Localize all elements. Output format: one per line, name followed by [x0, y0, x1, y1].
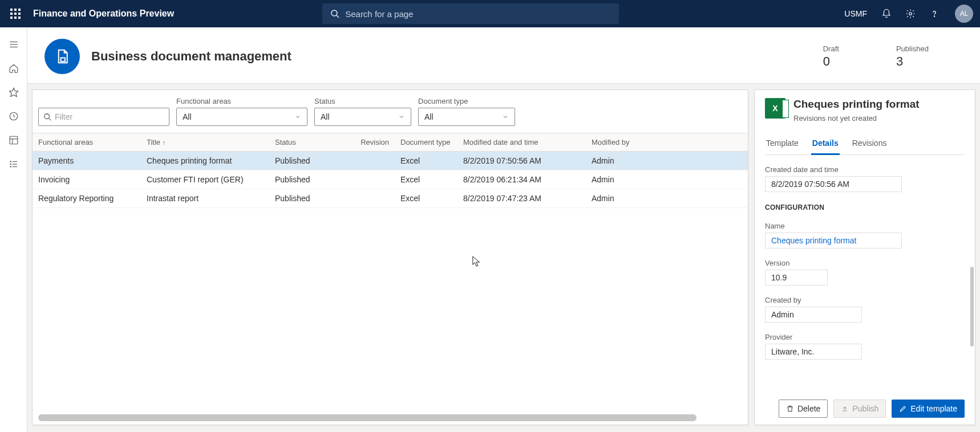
name-value-link[interactable]: Cheques printing format: [765, 233, 902, 248]
cell-doctype: Excel: [395, 170, 457, 189]
publish-button: Publish: [833, 400, 886, 418]
functional-areas-value: All: [183, 112, 192, 121]
company-picker[interactable]: USMF: [844, 9, 867, 18]
status-dropdown[interactable]: All: [314, 108, 411, 126]
filter-input[interactable]: Filter: [38, 108, 169, 126]
vertical-scrollbar[interactable]: [970, 267, 974, 347]
cell-status: Published: [269, 170, 355, 189]
col-doctype[interactable]: Document type: [395, 133, 457, 152]
col-functional-areas[interactable]: Functional areas: [33, 133, 141, 152]
cell-doctype: Excel: [395, 152, 457, 170]
recent-icon[interactable]: [2, 105, 25, 128]
documents-table: Functional areas Title↑ Status Revision …: [33, 133, 748, 208]
createdby-label: Created by: [765, 296, 965, 304]
page-title: Business document management: [91, 49, 800, 64]
cell-fa: Payments: [33, 152, 141, 170]
svg-marker-7: [9, 88, 18, 97]
cell-mby: Admin: [586, 170, 748, 189]
svg-point-12: [10, 161, 11, 162]
app-launcher-icon[interactable]: [7, 5, 24, 22]
col-revision[interactable]: Revision: [355, 133, 395, 152]
functional-areas-dropdown[interactable]: All: [176, 108, 307, 126]
table-row[interactable]: Regulatory ReportingIntrastat reportPubl…: [33, 189, 748, 208]
gear-icon[interactable]: [904, 7, 917, 21]
edit-template-button[interactable]: Edit template: [892, 400, 965, 418]
app-title: Finance and Operations Preview: [33, 9, 174, 19]
notification-icon[interactable]: [880, 7, 893, 21]
version-value[interactable]: 10.9: [765, 270, 828, 286]
workspaces-icon[interactable]: [2, 129, 25, 152]
cursor-icon: [472, 255, 482, 268]
chevron-down-icon: [398, 113, 405, 120]
tab-details[interactable]: Details: [811, 135, 840, 155]
avatar[interactable]: AL: [955, 5, 973, 23]
details-title: Cheques printing format: [793, 98, 965, 111]
createdby-value[interactable]: Admin: [765, 307, 862, 323]
configuration-section: CONFIGURATION: [765, 203, 965, 211]
version-label: Version: [765, 259, 965, 267]
status-filter-label: Status: [314, 97, 411, 105]
cell-rev: [355, 152, 395, 170]
excel-icon: X: [765, 98, 785, 119]
svg-line-20: [49, 119, 51, 121]
svg-line-1: [337, 15, 339, 18]
created-date-label: Created date and time: [765, 165, 965, 174]
svg-rect-9: [10, 136, 18, 144]
pencil-icon: [899, 405, 907, 413]
delete-button[interactable]: Delete: [779, 400, 828, 418]
provider-label: Provider: [765, 333, 965, 341]
tab-revisions[interactable]: Revisions: [851, 135, 888, 154]
cell-status: Published: [269, 189, 355, 208]
stat-published[interactable]: Published 3: [896, 44, 929, 69]
cell-doctype: Excel: [395, 189, 457, 208]
search-icon: [330, 9, 339, 18]
table-row[interactable]: InvoicingCustomer FTI report (GER)Publis…: [33, 170, 748, 189]
cell-title: Customer FTI report (GER): [141, 170, 269, 189]
svg-point-14: [10, 166, 11, 168]
provider-value[interactable]: Litware, Inc.: [765, 344, 862, 360]
doctype-value: All: [424, 112, 434, 121]
workspace-header: Business document management Draft 0 Pub…: [27, 27, 980, 84]
cell-fa: Regulatory Reporting: [33, 189, 141, 208]
workspace-icon: [44, 39, 80, 74]
svg-point-0: [331, 10, 337, 16]
help-icon[interactable]: [928, 7, 941, 21]
left-nav-rail: [0, 27, 27, 432]
chevron-down-icon: [502, 113, 509, 120]
svg-point-2: [909, 13, 912, 15]
favorites-icon[interactable]: [2, 81, 25, 104]
col-modified-dt[interactable]: Modified date and time: [457, 133, 586, 152]
upload-icon: [841, 405, 849, 413]
stat-draft-label: Draft: [823, 44, 839, 53]
documents-grid-card: Filter Functional areas All Status All: [32, 89, 748, 425]
filter-search-icon: [43, 113, 51, 121]
trash-icon: [786, 405, 794, 413]
horizontal-scrollbar[interactable]: [38, 414, 696, 421]
cell-fa: Invoicing: [33, 170, 141, 189]
cell-status: Published: [269, 152, 355, 170]
tab-template[interactable]: Template: [765, 135, 800, 154]
col-title[interactable]: Title↑: [141, 133, 269, 152]
cell-mby: Admin: [586, 189, 748, 208]
search-placeholder: Search for a page: [345, 9, 413, 19]
doctype-dropdown[interactable]: All: [418, 108, 515, 126]
table-row[interactable]: PaymentsCheques printing formatPublished…: [33, 152, 748, 170]
svg-rect-18: [61, 58, 66, 62]
search-input[interactable]: Search for a page: [322, 3, 619, 24]
stat-draft[interactable]: Draft 0: [823, 44, 839, 69]
created-date-value[interactable]: 8/2/2019 07:50:56 AM: [765, 176, 902, 192]
stat-published-label: Published: [896, 44, 929, 53]
hamburger-icon[interactable]: [2, 33, 25, 56]
cell-title: Cheques printing format: [141, 152, 269, 170]
cell-mdt: 8/2/2019 07:47:23 AM: [457, 189, 586, 208]
filter-placeholder: Filter: [55, 112, 72, 121]
cell-rev: [355, 189, 395, 208]
cell-title: Intrastat report: [141, 189, 269, 208]
modules-icon[interactable]: [2, 153, 25, 176]
stat-published-value: 3: [896, 54, 929, 69]
home-icon[interactable]: [2, 57, 25, 80]
workspace: Business document management Draft 0 Pub…: [27, 27, 980, 432]
col-modified-by[interactable]: Modified by: [586, 133, 748, 152]
svg-point-13: [10, 164, 11, 165]
col-status[interactable]: Status: [269, 133, 355, 152]
